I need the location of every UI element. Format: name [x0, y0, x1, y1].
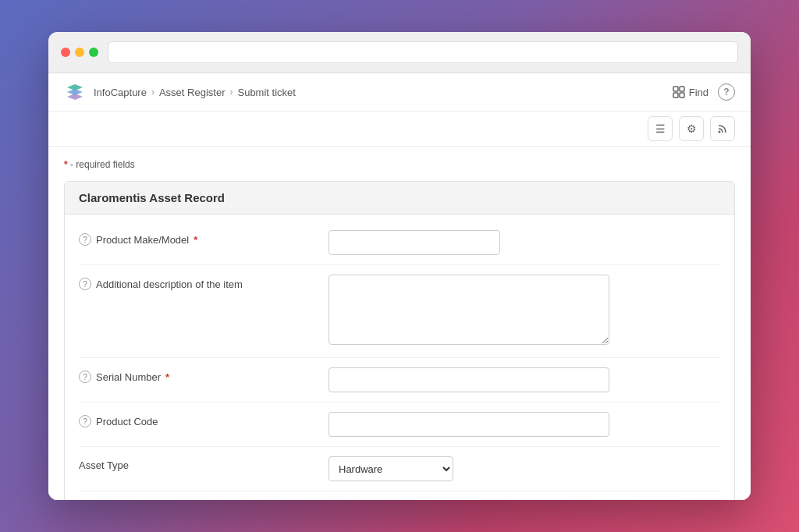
- app-header: InfoCapture › Asset Register › Submit ti…: [48, 73, 751, 112]
- control-product-make-model: [328, 230, 720, 255]
- find-button[interactable]: Find: [673, 86, 708, 98]
- header-actions: Find ?: [673, 83, 735, 101]
- field-row-asset-type: Asset Type Hardware Software Furniture O…: [79, 447, 720, 491]
- input-product-code[interactable]: [328, 412, 609, 437]
- label-text-additional-description: Additional description of the item: [96, 278, 243, 290]
- control-product-code: [328, 412, 720, 437]
- list-icon: ☰: [655, 122, 666, 135]
- select-asset-type[interactable]: Hardware Software Furniture Other: [328, 456, 453, 481]
- field-label-product-make-model: ? Product Make/Model *: [79, 230, 328, 246]
- breadcrumb-sep-1: ›: [151, 87, 154, 98]
- svg-rect-2: [673, 93, 678, 98]
- svg-point-4: [719, 131, 721, 133]
- required-indicator-serial-number: *: [165, 371, 169, 383]
- maximize-dot[interactable]: [89, 48, 98, 57]
- input-serial-number[interactable]: [328, 367, 609, 392]
- browser-window: InfoCapture › Asset Register › Submit ti…: [48, 32, 751, 500]
- textarea-additional-description[interactable]: [328, 275, 609, 345]
- label-text-product-make-model: Product Make/Model: [96, 234, 189, 246]
- toolbar: ☰ ⚙: [48, 112, 751, 147]
- find-label: Find: [689, 87, 708, 98]
- help-icon-serial-number[interactable]: ?: [79, 371, 91, 383]
- field-row-additional-description: ? Additional description of the item: [79, 265, 720, 358]
- info-button[interactable]: ?: [718, 83, 735, 101]
- field-label-product-code: ? Product Code: [79, 412, 328, 427]
- field-row-department: ? Department Please Select IT HR Finance…: [79, 491, 720, 500]
- help-icon-product-make-model[interactable]: ?: [79, 233, 91, 246]
- field-label-asset-type: Asset Type: [79, 456, 328, 471]
- field-label-serial-number: ? Serial Number *: [79, 367, 328, 383]
- breadcrumb-section[interactable]: Asset Register: [159, 87, 225, 98]
- svg-rect-0: [673, 87, 678, 91]
- rss-button[interactable]: [710, 116, 735, 141]
- label-text-asset-type: Asset Type: [79, 459, 129, 471]
- form-card-title: Claromentis Asset Record: [65, 182, 734, 215]
- field-row-serial-number: ? Serial Number *: [79, 358, 720, 403]
- label-text-product-code: Product Code: [96, 416, 158, 427]
- browser-chrome: [48, 32, 751, 73]
- help-icon-product-code[interactable]: ?: [79, 415, 91, 427]
- infocapture-logo: [64, 81, 86, 103]
- input-product-make-model[interactable]: [328, 230, 500, 255]
- main-content: * - required fields Claromentis Asset Re…: [48, 147, 751, 500]
- form-card: Claromentis Asset Record ? Product Make/…: [64, 181, 735, 500]
- required-star: *: [64, 159, 68, 170]
- gear-icon: ⚙: [687, 122, 697, 135]
- rss-icon: [717, 123, 728, 134]
- control-serial-number: [328, 367, 720, 392]
- help-icon-additional-description[interactable]: ?: [79, 278, 91, 290]
- breadcrumb-app[interactable]: InfoCapture: [94, 87, 147, 98]
- minimize-dot[interactable]: [75, 48, 84, 57]
- form-body: ? Product Make/Model * ? Additional desc…: [65, 215, 734, 500]
- field-label-additional-description: ? Additional description of the item: [79, 275, 328, 290]
- list-view-button[interactable]: ☰: [648, 116, 673, 141]
- breadcrumb: InfoCapture › Asset Register › Submit ti…: [64, 81, 296, 103]
- browser-content: InfoCapture › Asset Register › Submit ti…: [48, 73, 751, 500]
- field-row-product-make-model: ? Product Make/Model *: [79, 221, 720, 265]
- field-row-product-code: ? Product Code: [79, 403, 720, 447]
- breadcrumb-sep-2: ›: [229, 87, 233, 98]
- settings-button[interactable]: ⚙: [679, 116, 704, 141]
- info-icon: ?: [723, 87, 729, 98]
- required-indicator-product-make-model: *: [194, 234, 197, 246]
- svg-rect-3: [680, 93, 684, 98]
- close-dot[interactable]: [61, 48, 70, 57]
- address-bar[interactable]: [108, 41, 738, 63]
- breadcrumb-page[interactable]: Submit ticket: [237, 87, 295, 98]
- window-controls: [61, 48, 98, 57]
- required-fields-note: * - required fields: [64, 159, 735, 170]
- required-note-text: - required fields: [70, 159, 135, 170]
- find-icon: [673, 86, 685, 98]
- svg-rect-1: [680, 87, 684, 91]
- label-text-serial-number: Serial Number: [96, 371, 161, 383]
- control-additional-description: [328, 275, 720, 348]
- control-asset-type: Hardware Software Furniture Other: [328, 456, 720, 481]
